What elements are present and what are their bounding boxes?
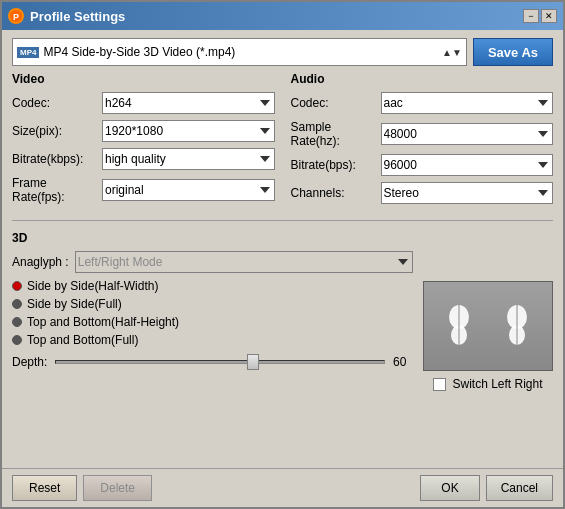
cancel-button[interactable]: Cancel — [486, 475, 553, 501]
video-codec-label: Codec: — [12, 96, 102, 110]
three-d-section: 3D Anaglyph : Left/Right Mode Side by Si… — [12, 231, 553, 391]
audio-codec-label: Codec: — [291, 96, 381, 110]
radio-side-by-side-half[interactable]: Side by Side(Half-Width) — [12, 279, 413, 293]
minimize-button[interactable]: − — [523, 9, 539, 23]
video-bitrate-row: Bitrate(kbps): high quality — [12, 148, 275, 170]
bottom-left: Reset Delete — [12, 475, 152, 501]
radio-dot-4 — [12, 335, 22, 345]
radio-group: Side by Side(Half-Width) Side by Side(Fu… — [12, 279, 413, 347]
title-bar: P Profile Settings − ✕ — [2, 2, 563, 30]
anaglyph-label: Anaglyph : — [12, 255, 69, 269]
radio-dot-1 — [12, 281, 22, 291]
audio-channels-select[interactable]: Stereo — [381, 182, 554, 204]
audio-samplerate-row: Sample Rate(hz): 48000 — [291, 120, 554, 148]
audio-section-label: Audio — [291, 72, 554, 86]
format-icon: MP4 — [17, 47, 39, 58]
bottom-bar: Reset Delete OK Cancel — [2, 468, 563, 507]
radio-side-by-side-full[interactable]: Side by Side(Full) — [12, 297, 413, 311]
bottom-right: OK Cancel — [420, 475, 553, 501]
format-select-container[interactable]: MP4 MP4 Side-by-Side 3D Video (*.mp4) ▲▼ — [12, 38, 467, 66]
video-codec-row: Codec: h264 — [12, 92, 275, 114]
top-bar: MP4 MP4 Side-by-Side 3D Video (*.mp4) ▲▼… — [12, 38, 553, 66]
audio-bitrate-row: Bitrate(bps): 96000 — [291, 154, 554, 176]
butterfly-right — [492, 306, 527, 346]
audio-codec-row: Codec: aac — [291, 92, 554, 114]
radio-label-2: Side by Side(Full) — [27, 297, 122, 311]
columns-container: Video Codec: h264 Size(pix): 1920*1080 B… — [12, 72, 553, 210]
title-bar-left: P Profile Settings — [8, 8, 125, 24]
audio-channels-label: Channels: — [291, 186, 381, 200]
audio-codec-select[interactable]: aac — [381, 92, 554, 114]
video-size-label: Size(pix): — [12, 124, 102, 138]
audio-samplerate-label: Sample Rate(hz): — [291, 120, 381, 148]
ok-button[interactable]: OK — [420, 475, 479, 501]
app-icon: P — [8, 8, 24, 24]
radio-dot-3 — [12, 317, 22, 327]
video-codec-select[interactable]: h264 — [102, 92, 275, 114]
video-framerate-select[interactable]: original — [102, 179, 275, 201]
video-section: Video Codec: h264 Size(pix): 1920*1080 B… — [12, 72, 275, 210]
audio-samplerate-select[interactable]: 48000 — [381, 123, 554, 145]
profile-settings-window: P Profile Settings − ✕ MP4 MP4 Side-by-S… — [0, 0, 565, 509]
title-controls: − ✕ — [523, 9, 557, 23]
audio-channels-row: Channels: Stereo — [291, 182, 554, 204]
video-size-row: Size(pix): 1920*1080 — [12, 120, 275, 142]
format-text: MP4 Side-by-Side 3D Video (*.mp4) — [43, 45, 442, 59]
video-bitrate-label: Bitrate(kbps): — [12, 152, 102, 166]
depth-label: Depth: — [12, 355, 47, 369]
audio-section: Audio Codec: aac Sample Rate(hz): 48000 … — [291, 72, 554, 210]
butterfly-left — [449, 306, 484, 346]
three-d-left: Anaglyph : Left/Right Mode Side by Side(… — [12, 251, 413, 391]
anaglyph-select[interactable]: Left/Right Mode — [75, 251, 413, 273]
video-size-select[interactable]: 1920*1080 — [102, 120, 275, 142]
switch-label: Switch Left Right — [452, 377, 542, 391]
depth-value: 60 — [393, 355, 413, 369]
video-framerate-label: Frame Rate(fps): — [12, 176, 102, 204]
format-dropdown-arrow: ▲▼ — [442, 47, 462, 58]
depth-row: Depth: 60 — [12, 355, 413, 369]
three-d-right: Switch Left Right — [423, 251, 553, 391]
three-d-section-label: 3D — [12, 231, 553, 245]
radio-label-3: Top and Bottom(Half-Height) — [27, 315, 179, 329]
video-section-label: Video — [12, 72, 275, 86]
three-d-content: Anaglyph : Left/Right Mode Side by Side(… — [12, 251, 553, 391]
radio-label-1: Side by Side(Half-Width) — [27, 279, 158, 293]
divider — [12, 220, 553, 221]
radio-dot-2 — [12, 299, 22, 309]
video-framerate-row: Frame Rate(fps): original — [12, 176, 275, 204]
window-title: Profile Settings — [30, 9, 125, 24]
audio-bitrate-label: Bitrate(bps): — [291, 158, 381, 172]
delete-button[interactable]: Delete — [83, 475, 152, 501]
switch-checkbox[interactable] — [433, 378, 446, 391]
radio-label-4: Top and Bottom(Full) — [27, 333, 138, 347]
video-bitrate-select[interactable]: high quality — [102, 148, 275, 170]
depth-slider-track[interactable] — [55, 360, 385, 364]
radio-top-bottom-full[interactable]: Top and Bottom(Full) — [12, 333, 413, 347]
close-button[interactable]: ✕ — [541, 9, 557, 23]
anaglyph-row: Anaglyph : Left/Right Mode — [12, 251, 413, 273]
save-as-button[interactable]: Save As — [473, 38, 553, 66]
switch-row: Switch Left Right — [433, 377, 542, 391]
radio-top-bottom-half[interactable]: Top and Bottom(Half-Height) — [12, 315, 413, 329]
three-d-preview — [423, 281, 553, 371]
depth-slider-thumb[interactable] — [247, 354, 259, 370]
content-area: MP4 MP4 Side-by-Side 3D Video (*.mp4) ▲▼… — [2, 30, 563, 468]
audio-bitrate-select[interactable]: 96000 — [381, 154, 554, 176]
svg-text:P: P — [13, 12, 19, 22]
reset-button[interactable]: Reset — [12, 475, 77, 501]
